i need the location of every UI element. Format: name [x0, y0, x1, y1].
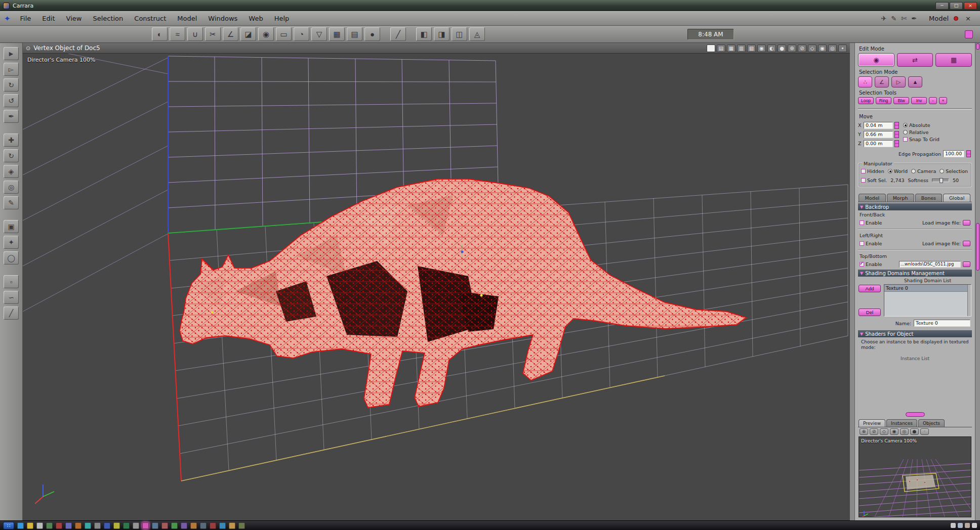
titlebar[interactable]: Carrara ─ □ × — [0, 0, 980, 11]
taskbar-item[interactable] — [27, 522, 33, 529]
absolute-radio[interactable]: Absolute — [903, 122, 940, 128]
taskbar-item-active[interactable] — [142, 522, 149, 529]
taskbar-item[interactable] — [75, 522, 81, 529]
taskbar-item[interactable] — [190, 522, 197, 529]
angle-tool[interactable]: ∠ — [223, 27, 238, 41]
menu-item[interactable]: Construct — [129, 12, 172, 25]
instance-scrollbar[interactable] — [906, 412, 925, 417]
box-left-tool[interactable]: ◧ — [416, 27, 432, 41]
preview-viewport[interactable]: Director's Camera 100% — [859, 436, 971, 517]
selection-mode-point[interactable]: ∴ — [858, 76, 872, 87]
translate-tool[interactable]: ✚ — [4, 134, 19, 147]
scroll-thumb[interactable] — [976, 223, 979, 271]
stack-tool[interactable]: ▤ — [347, 27, 362, 41]
pan-tool[interactable]: ✦ — [4, 236, 19, 249]
quality-icon[interactable]: ◉ — [818, 45, 827, 52]
extrude-tool[interactable]: ◫ — [452, 27, 467, 41]
grid-tool[interactable]: ▦ — [329, 27, 345, 41]
shrink-button[interactable]: - — [929, 97, 937, 104]
paint-tool[interactable]: ✎ — [4, 196, 19, 209]
front-back-load-button[interactable] — [963, 220, 970, 226]
tab-morph[interactable]: Morph — [887, 194, 914, 202]
flat-icon[interactable]: ◎ — [900, 428, 909, 435]
layout-v-icon[interactable]: ▧ — [747, 45, 756, 52]
selection-radio[interactable]: Selection — [940, 168, 968, 174]
top-bottom-image-path[interactable]: ...wnloads\DSC_0511.jpg — [899, 261, 961, 268]
stepper[interactable] — [894, 131, 899, 138]
selection-mode-edge[interactable]: ∠ — [875, 76, 889, 87]
minimize-button[interactable]: ─ — [935, 2, 949, 10]
taskbar-item[interactable] — [85, 522, 91, 529]
front-back-enable-checkbox[interactable]: Enable — [860, 220, 882, 226]
taskbar-item[interactable] — [238, 522, 245, 529]
no-axis-icon[interactable]: ⊘ — [798, 45, 806, 52]
axis-icon[interactable]: ⊕ — [788, 45, 796, 52]
hotpoint-tool[interactable]: ◎ — [4, 181, 19, 194]
taskbar-item[interactable] — [56, 522, 62, 529]
taskbar-item[interactable] — [46, 522, 53, 529]
layout-full-icon[interactable]: ▤ — [717, 45, 725, 52]
selection-mode-polygon[interactable]: ▷ — [891, 76, 906, 87]
taskbar-item[interactable] — [17, 522, 24, 529]
taskbar-item[interactable] — [229, 522, 235, 529]
selection-mode-object[interactable]: ▲ — [908, 76, 922, 87]
menu-item[interactable]: File — [15, 12, 37, 25]
stepper[interactable] — [894, 140, 899, 147]
tab-global[interactable]: Global — [943, 194, 970, 202]
maximize-button[interactable]: □ — [950, 2, 963, 10]
tray-icon[interactable] — [965, 523, 970, 528]
panel-close-icon[interactable]: × — [963, 15, 973, 22]
left-right-load-button[interactable] — [963, 241, 970, 246]
orbit-tool[interactable]: ↺ — [4, 94, 19, 107]
shaded-icon[interactable]: ● — [910, 428, 919, 435]
active-pane-icon[interactable] — [707, 45, 715, 52]
box-right-tool[interactable]: ◨ — [434, 27, 450, 41]
camera-tool[interactable]: ▣ — [4, 220, 19, 233]
edit-mode-model[interactable]: ◉ — [858, 53, 894, 67]
knife-icon[interactable]: ✄ — [901, 15, 907, 22]
shaded-sphere-tool[interactable]: ● — [364, 27, 380, 41]
taskbar-item[interactable] — [171, 522, 178, 529]
top-bottom-load-button[interactable] — [963, 261, 970, 267]
taskbar-item[interactable] — [65, 522, 72, 529]
line-tool[interactable]: ╱ — [390, 27, 406, 41]
scissors-tool[interactable]: ✂ — [205, 27, 221, 41]
select-tool[interactable]: ► — [4, 47, 19, 60]
scale-manip-tool[interactable]: ◈ — [4, 165, 19, 178]
edit-mode-subdivide[interactable]: ▦ — [935, 53, 972, 67]
plane-icon[interactable]: ◇ — [880, 428, 888, 435]
3d-canvas[interactable] — [23, 54, 850, 520]
shading-domains-header[interactable]: ▼ Shading Domains Management — [858, 270, 972, 277]
half-sphere-icon[interactable]: ◐ — [767, 45, 776, 52]
tray-icon[interactable] — [951, 523, 956, 528]
panel-scrollbar[interactable] — [975, 43, 980, 520]
soft-selection-checkbox[interactable]: Soft Sel. — [861, 178, 887, 183]
menu-item[interactable]: Selection — [87, 12, 129, 25]
relative-radio[interactable]: Relative — [903, 129, 940, 135]
tab-preview[interactable]: Preview — [859, 419, 885, 427]
wire-icon[interactable]: ◉ — [890, 428, 899, 435]
menu-item[interactable]: Edit — [36, 12, 60, 25]
del-domain-button[interactable]: Del — [859, 308, 881, 316]
axis-icon[interactable]: ⊕ — [860, 428, 868, 435]
toolbar-more-button[interactable] — [965, 30, 973, 38]
taskbar-item[interactable] — [200, 522, 207, 529]
zoom-tool[interactable]: ◯ — [4, 251, 19, 264]
edge-propagation-input[interactable]: 100.00 — [943, 150, 964, 157]
taskbar-item[interactable] — [161, 522, 168, 529]
hidden-checkbox[interactable]: Hidden — [861, 168, 884, 174]
domain-name-input[interactable]: Texture 0 — [914, 320, 970, 327]
menu-item[interactable]: View — [61, 12, 88, 25]
rotate-view-tool[interactable]: ↻ — [4, 78, 19, 92]
list-item[interactable]: Texture 0 — [884, 285, 967, 292]
edit-mode-animate[interactable]: ⇄ — [897, 53, 933, 67]
camera-label[interactable]: Director's Camera 100% — [27, 57, 96, 63]
axis-value-input[interactable]: 0.66 m — [864, 131, 893, 138]
shaded-sphere-icon[interactable]: ● — [778, 45, 786, 52]
taskbar-item[interactable] — [152, 522, 158, 529]
camera-radio[interactable]: Camera — [911, 168, 936, 174]
quality2-icon[interactable]: ◎ — [828, 45, 837, 52]
spline-tool[interactable]: ≈ — [170, 27, 185, 41]
sphere-tool[interactable]: ◐ — [152, 27, 168, 41]
draw-line-tool[interactable]: ╱ — [4, 306, 19, 320]
